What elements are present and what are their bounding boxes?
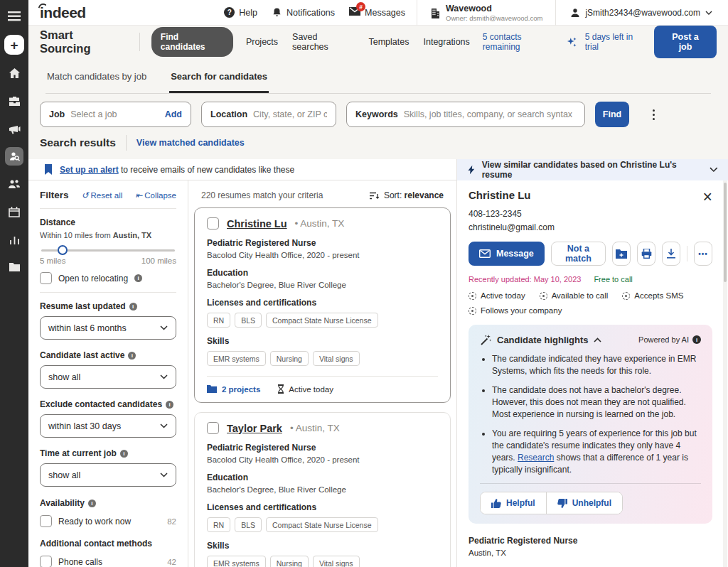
contacts-remaining-link[interactable]: 5 contacts remaining [483, 32, 559, 52]
nav-item-projects[interactable]: Projects [245, 34, 279, 50]
candidate-name-link[interactable]: Taylor Park [227, 423, 282, 434]
reset-all-link[interactable]: Reset all [81, 190, 122, 200]
license-chip: RN [207, 517, 230, 532]
resume-last-updated-select[interactable]: within last 6 months [40, 316, 176, 340]
sort-control[interactable]: Sort: relevance [370, 190, 444, 200]
highlights-title[interactable]: Candidate highlights [497, 335, 589, 345]
info-icon[interactable] [134, 274, 142, 282]
candidate-card[interactable]: Taylor Park Austin, TX Pediatric Registe… [194, 412, 451, 567]
messages-menu[interactable]: # Messages [342, 7, 412, 18]
interviews-calendar-icon[interactable] [5, 202, 23, 221]
license-chip: BLS [235, 517, 262, 532]
view-similar-text: View similar candidates based on Christi… [482, 160, 704, 180]
chevron-up-icon[interactable] [594, 338, 601, 342]
phone-calls-label: Phone calls [58, 557, 102, 567]
chevron-down-icon[interactable] [710, 167, 718, 173]
candidate-card[interactable]: Christine Lu Austin, TX Pediatric Regist… [194, 207, 451, 403]
collapse-link[interactable]: Collapse [135, 190, 176, 200]
candidate-detail-panel: View similar candidates based on Christi… [457, 159, 728, 567]
sort-label: Sort: [384, 190, 402, 200]
location-field[interactable]: Location City, state, or ZIP code [201, 102, 336, 127]
candidate-name-link[interactable]: Christine Lu [227, 218, 287, 230]
download-button[interactable] [662, 242, 680, 266]
distance-slider[interactable] [41, 245, 175, 255]
info-icon[interactable] [88, 500, 96, 507]
filters-panel: Filters Reset all Collapse Distance With… [28, 180, 188, 567]
thumbs-up-icon [491, 499, 501, 508]
info-icon[interactable] [128, 352, 136, 360]
find-candidates-icon[interactable] [5, 147, 23, 166]
projects-folder-icon[interactable] [5, 258, 23, 276]
keywords-field[interactable]: Keywords Skills, job titles, company, or… [346, 102, 585, 127]
message-button[interactable]: Message [469, 242, 545, 266]
projects-link[interactable]: 2 projects [207, 385, 260, 394]
detail-email: christinelu@gmail.com [469, 222, 712, 232]
notifications-menu[interactable]: Notifications [264, 7, 342, 18]
research-link[interactable]: Research [518, 453, 554, 463]
close-icon[interactable] [703, 189, 712, 205]
distance-summary: Within 10 miles from Austin, TX [40, 231, 176, 239]
more-actions-button[interactable] [694, 242, 712, 266]
info-icon[interactable] [166, 401, 173, 409]
candidate-checkbox[interactable] [207, 217, 219, 230]
add-job-button[interactable]: Add [165, 109, 182, 119]
view-matched-candidates-link[interactable]: View matched candidates [136, 138, 245, 148]
exclude-contacted-select[interactable]: within last 30 days [40, 414, 176, 438]
highlight-bullet: The candidate indicated they have experi… [492, 353, 701, 377]
scrollbar[interactable] [723, 180, 727, 567]
tab-search-for-candidates[interactable]: Search for candidates [169, 58, 269, 93]
candidate-last-active-select[interactable]: show all [40, 365, 176, 389]
account-menu[interactable]: jSmith23434@wavewood.com [560, 8, 719, 18]
availability-label: Availability [40, 498, 176, 508]
analytics-chart-icon[interactable] [5, 230, 23, 249]
home-icon[interactable] [5, 64, 23, 82]
more-options-kebab-icon[interactable] [646, 109, 660, 120]
feedback-segmented-control: Helpful Unhelpful [480, 492, 623, 514]
ready-to-work-checkbox[interactable] [40, 515, 52, 527]
candidates-people-icon[interactable] [5, 175, 23, 193]
campaigns-megaphone-icon[interactable] [5, 119, 23, 138]
view-similar-banner[interactable]: View similar candidates based on Christi… [457, 159, 728, 180]
nav-item-find-candidates[interactable]: Find candidates [151, 27, 233, 57]
ai-info-icon[interactable] [692, 335, 701, 344]
info-icon[interactable] [129, 303, 137, 310]
detail-job-location: Austin, TX [469, 549, 712, 557]
tab-match-candidates-by-job[interactable]: Match candidates by job [46, 58, 148, 93]
nav-item-integrations[interactable]: Integrations [422, 34, 471, 50]
results-bar: Search results View matched candidates [28, 134, 728, 159]
add-to-project-button[interactable] [612, 242, 631, 266]
status-dot-icon [622, 292, 630, 300]
print-button[interactable] [637, 242, 655, 266]
help-label: Help [239, 8, 257, 18]
add-button[interactable] [4, 35, 24, 55]
not-a-match-button[interactable]: Not a match [551, 242, 606, 266]
job-field-placeholder: Select a job [70, 109, 117, 119]
phone-calls-checkbox[interactable] [40, 556, 52, 567]
nav-item-templates[interactable]: Templates [368, 34, 411, 50]
set-up-alert-link[interactable]: Set up an alert [60, 165, 119, 175]
divider [40, 208, 176, 209]
slider-handle[interactable] [58, 245, 68, 255]
job-field[interactable]: Job Select a job Add [40, 102, 191, 127]
chevron-down-icon [160, 374, 168, 379]
scrollbar-thumb[interactable] [724, 183, 727, 282]
helpful-button[interactable]: Helpful [481, 492, 546, 514]
highlight-bullet: You are requiring 5 years of experience … [492, 428, 701, 476]
recently-updated-badge: Recently updated: May 10, 2023 [469, 275, 581, 284]
find-button[interactable]: Find [595, 102, 629, 127]
post-a-job-button[interactable]: Post a job [654, 26, 717, 58]
nav-item-saved-searches[interactable]: Saved searches [291, 29, 355, 55]
hamburger-menu-icon[interactable] [5, 7, 23, 26]
candidate-checkbox[interactable] [207, 422, 219, 434]
candidate-title: Pediatric Registered Nurse [207, 238, 438, 248]
time-at-current-job-select[interactable]: show all [40, 463, 176, 487]
jobs-briefcase-icon[interactable] [5, 92, 23, 110]
chevron-down-icon [160, 325, 168, 330]
info-icon[interactable] [120, 450, 128, 458]
divider [40, 292, 176, 293]
unhelpful-button[interactable]: Unhelpful [546, 492, 622, 514]
company-switcher[interactable]: Wavewood Owner: dsmith@wavewood.com [422, 4, 551, 22]
open-to-relocating-checkbox[interactable] [40, 272, 52, 284]
page-title: Smart Sourcing [40, 28, 125, 55]
help-menu[interactable]: Help [217, 7, 264, 18]
